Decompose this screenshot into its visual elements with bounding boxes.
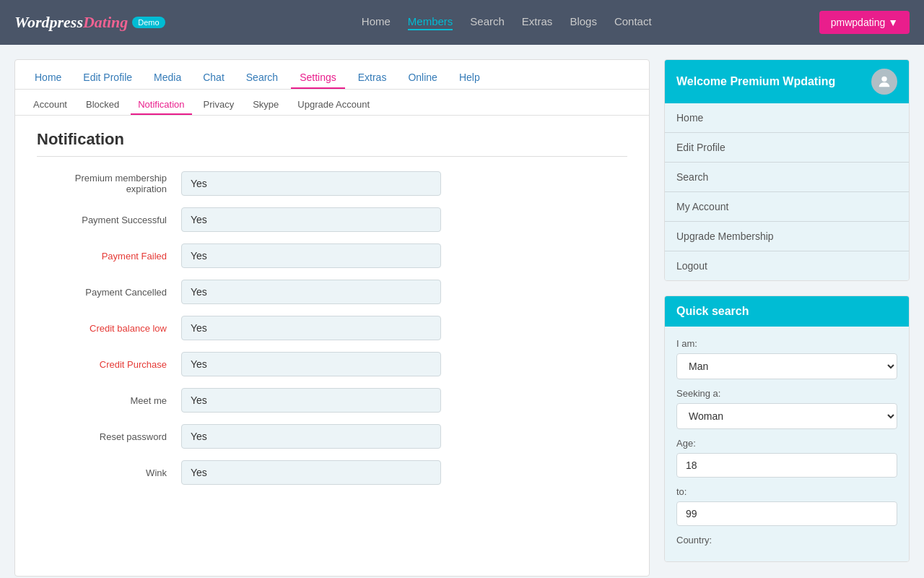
notification-row: Payment SuccessfulYes	[37, 207, 627, 232]
tab-online[interactable]: Online	[399, 67, 445, 89]
tab-media[interactable]: Media	[145, 67, 190, 89]
country-label: Country:	[676, 535, 897, 545]
sidebar-item-edit-profile[interactable]: Edit Profile	[665, 133, 909, 163]
seeking-select[interactable]: Woman Man	[676, 403, 897, 429]
divider	[37, 156, 627, 157]
tab-extras[interactable]: Extras	[349, 67, 396, 89]
quick-search-title: Quick search	[676, 305, 749, 318]
notification-title: Notification	[37, 130, 627, 149]
quick-search-widget: Quick search I am: Man Woman Seeking a: …	[664, 296, 910, 562]
i-am-select[interactable]: Man Woman	[676, 353, 897, 379]
notif-label-7: Reset password	[37, 431, 181, 442]
i-am-label: I am:	[676, 338, 897, 349]
welcome-widget: Welcome Premium Wpdating Home Edit Profi…	[664, 59, 910, 281]
notif-label-1: Payment Successful	[37, 215, 181, 225]
right-sidebar: Welcome Premium Wpdating Home Edit Profi…	[664, 59, 910, 577]
notif-select-5[interactable]: Yes	[181, 352, 441, 376]
tabs-row2: Account Blocked Notification Privacy Sky…	[15, 90, 649, 116]
notification-row: Premium membership expirationYes	[37, 171, 627, 196]
logo-area: Wordpress Dating Demo	[14, 13, 165, 32]
age-to-label: to:	[676, 486, 897, 497]
tab-search[interactable]: Search	[237, 67, 287, 89]
quick-search-header: Quick search	[665, 296, 909, 327]
age-label: Age:	[676, 438, 897, 449]
tab-edit-profile[interactable]: Edit Profile	[74, 67, 141, 89]
notification-rows: Premium membership expirationYesPayment …	[37, 171, 627, 485]
notification-section: Notification Premium membership expirati…	[15, 116, 649, 511]
tabs-row1: Home Edit Profile Media Chat Search Sett…	[15, 60, 649, 90]
svg-point-0	[881, 77, 886, 82]
subtab-notification[interactable]: Notification	[131, 95, 191, 115]
notif-label-5: Credit Purchase	[37, 359, 181, 370]
tab-settings[interactable]: Settings	[291, 67, 345, 89]
notif-label-2: Payment Failed	[37, 251, 181, 262]
notif-label-6: Meet me	[37, 395, 181, 406]
nav-home[interactable]: Home	[362, 15, 391, 30]
nav-search[interactable]: Search	[470, 15, 505, 30]
quick-search-body: I am: Man Woman Seeking a: Woman Man Age…	[665, 327, 909, 561]
notif-label-4: Credit balance low	[37, 323, 181, 334]
subtab-upgrade-account[interactable]: Upgrade Account	[290, 95, 377, 115]
avatar	[871, 69, 897, 95]
notif-label-8: Wink	[37, 467, 181, 478]
age-to-input[interactable]	[676, 501, 897, 526]
notif-label-3: Payment Cancelled	[37, 287, 181, 298]
left-content: Home Edit Profile Media Chat Search Sett…	[14, 59, 650, 577]
notification-row: Credit PurchaseYes	[37, 352, 627, 376]
welcome-title: Welcome Premium Wpdating	[676, 75, 835, 88]
notif-select-8[interactable]: Yes	[181, 460, 441, 485]
subtab-skype[interactable]: Skype	[245, 95, 286, 115]
tab-home[interactable]: Home	[26, 67, 70, 89]
notification-row: WinkYes	[37, 460, 627, 485]
logo-dating: Dating	[83, 13, 128, 32]
tab-chat[interactable]: Chat	[194, 67, 233, 89]
tab-help[interactable]: Help	[450, 67, 489, 89]
welcome-widget-body: Home Edit Profile Search My Account Upgr…	[665, 103, 909, 280]
welcome-widget-header: Welcome Premium Wpdating	[665, 60, 909, 103]
subtab-privacy[interactable]: Privacy	[196, 95, 242, 115]
notif-select-7[interactable]: Yes	[181, 424, 441, 449]
notif-select-2[interactable]: Yes	[181, 243, 441, 268]
notification-row: Payment CancelledYes	[37, 280, 627, 304]
age-from-input[interactable]	[676, 453, 897, 478]
seeking-label: Seeking a:	[676, 388, 897, 399]
notification-row: Meet meYes	[37, 388, 627, 413]
nav-extras[interactable]: Extras	[522, 15, 553, 30]
notif-select-0[interactable]: Yes	[181, 171, 441, 196]
user-menu-button[interactable]: pmwpdating ▼	[819, 11, 910, 34]
subtab-blocked[interactable]: Blocked	[79, 95, 126, 115]
nav-contact[interactable]: Contact	[614, 15, 652, 30]
demo-badge: Demo	[132, 17, 165, 28]
top-nav: Wordpress Dating Demo Home Members Searc…	[0, 0, 924, 45]
notif-select-3[interactable]: Yes	[181, 280, 441, 304]
sidebar-item-home[interactable]: Home	[665, 103, 909, 133]
sidebar-item-upgrade-membership[interactable]: Upgrade Membership	[665, 222, 909, 251]
notification-row: Payment FailedYes	[37, 243, 627, 268]
notif-label-0: Premium membership expiration	[37, 173, 181, 194]
nav-blogs[interactable]: Blogs	[570, 15, 597, 30]
subtab-account[interactable]: Account	[26, 95, 74, 115]
sidebar-item-my-account[interactable]: My Account	[665, 192, 909, 222]
sidebar-item-search[interactable]: Search	[665, 163, 909, 192]
nav-links: Home Members Search Extras Blogs Contact	[194, 15, 819, 30]
notification-row: Credit balance lowYes	[37, 316, 627, 340]
sidebar-item-logout[interactable]: Logout	[665, 251, 909, 280]
notif-select-4[interactable]: Yes	[181, 316, 441, 340]
notif-select-6[interactable]: Yes	[181, 388, 441, 413]
logo-wordpress: Wordpress	[14, 13, 83, 32]
notif-select-1[interactable]: Yes	[181, 207, 441, 232]
main-container: Home Edit Profile Media Chat Search Sett…	[0, 45, 924, 578]
nav-members[interactable]: Members	[408, 15, 453, 30]
notification-row: Reset passwordYes	[37, 424, 627, 449]
